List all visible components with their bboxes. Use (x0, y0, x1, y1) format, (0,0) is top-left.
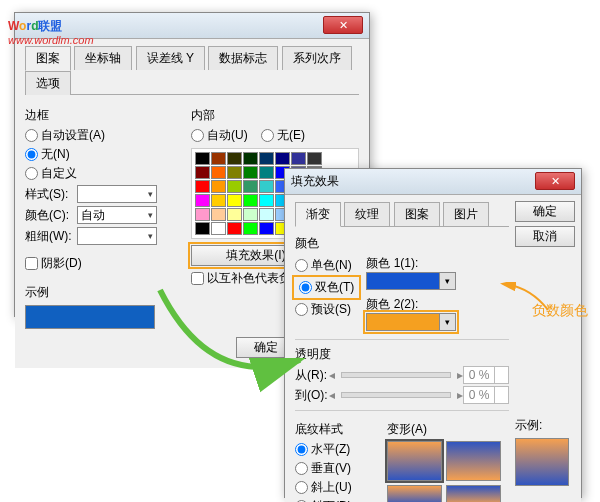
palette-swatch[interactable] (259, 194, 274, 207)
palette-swatch[interactable] (259, 208, 274, 221)
colors-group-title: 颜色 (295, 235, 509, 252)
shading-horizontal-radio[interactable] (295, 443, 308, 456)
palette-swatch[interactable] (211, 194, 226, 207)
annotation-arrow (150, 280, 310, 410)
palette-swatch[interactable] (243, 180, 258, 193)
dialog1-tabs: 图案 坐标轴 误差线 Y 数据标志 系列次序 选项 (25, 45, 359, 95)
palette-swatch[interactable] (211, 208, 226, 221)
shading-diagup-radio[interactable] (295, 481, 308, 494)
dialog2-title: 填充效果 (291, 173, 339, 190)
palette-swatch[interactable] (243, 166, 258, 179)
from-slider[interactable] (341, 372, 451, 378)
variant-preview[interactable] (387, 441, 505, 502)
tab-picture[interactable]: 图片 (443, 202, 489, 226)
deform-title: 变形(A) (387, 421, 505, 438)
palette-swatch[interactable] (259, 152, 274, 165)
shading-opt-0: 水平(Z) (311, 442, 350, 456)
border-auto-label: 自动设置(A) (41, 128, 105, 142)
tab-gradient[interactable]: 渐变 (295, 202, 341, 227)
dialog2-titlebar[interactable]: 填充效果 ✕ (285, 169, 581, 195)
palette-swatch[interactable] (195, 208, 210, 221)
inner-none-radio[interactable] (261, 129, 274, 142)
palette-swatch[interactable] (259, 180, 274, 193)
tab-datalabels[interactable]: 数据标志 (208, 46, 278, 70)
palette-swatch[interactable] (259, 222, 274, 235)
color1-label: 颜色 1(1): (366, 256, 418, 270)
style-combo[interactable]: ▾ (77, 185, 157, 203)
border-group-title: 边框 (25, 107, 175, 124)
close-icon[interactable]: ✕ (535, 172, 575, 190)
palette-swatch[interactable] (227, 222, 242, 235)
inner-auto-label: 自动(U) (207, 128, 248, 142)
palette-swatch[interactable] (307, 152, 322, 165)
shading-title: 底纹样式 (295, 421, 377, 438)
to-value: 0 % (464, 388, 494, 402)
palette-swatch[interactable] (211, 166, 226, 179)
preset-label: 预设(S) (311, 302, 351, 316)
border-none-radio[interactable] (25, 148, 38, 161)
palette-swatch[interactable] (227, 152, 242, 165)
border-auto-radio[interactable] (25, 129, 38, 142)
palette-swatch[interactable] (259, 166, 274, 179)
shading-opt-2: 斜上(U) (311, 480, 352, 494)
to-slider[interactable] (341, 392, 451, 398)
color2-swatch (367, 314, 439, 330)
palette-swatch[interactable] (227, 166, 242, 179)
one-color-radio[interactable] (295, 259, 308, 272)
dialog2-tabs: 渐变 纹理 图案 图片 (295, 201, 509, 227)
dialog2-cancel-button[interactable]: 取消 (515, 226, 575, 247)
tab-axis[interactable]: 坐标轴 (74, 46, 132, 70)
color2-combo[interactable]: ▾ (366, 313, 456, 331)
palette-swatch[interactable] (211, 180, 226, 193)
shading-opt-1: 垂直(V) (311, 461, 351, 475)
palette-swatch[interactable] (195, 222, 210, 235)
weight-label: 粗细(W): (25, 228, 77, 245)
slider-left-icon[interactable]: ◂ (329, 388, 335, 402)
color1-swatch (367, 273, 439, 289)
palette-swatch[interactable] (291, 152, 306, 165)
chevron-down-icon: ▾ (439, 273, 455, 289)
to-spinner[interactable]: 0 % (463, 386, 509, 404)
color-combo[interactable]: 自动▾ (77, 206, 157, 224)
sample2-label: 示例: (515, 417, 571, 434)
palette-swatch[interactable] (243, 152, 258, 165)
shadow-checkbox[interactable] (25, 257, 38, 270)
color2-label: 颜色 2(2): (366, 297, 418, 311)
fill-effects-dialog: 填充效果 ✕ 渐变 纹理 图案 图片 颜色 单色(N) 双色(T) 预设(S) … (284, 168, 582, 498)
two-color-label: 双色(T) (315, 280, 354, 294)
color-value: 自动 (81, 207, 105, 224)
palette-swatch[interactable] (275, 152, 290, 165)
style-label: 样式(S): (25, 186, 77, 203)
palette-swatch[interactable] (195, 194, 210, 207)
watermark-url: www.wordlm.com (8, 34, 94, 46)
tab-errorbar[interactable]: 误差线 Y (136, 46, 205, 70)
shading-vertical-radio[interactable] (295, 462, 308, 475)
weight-combo[interactable]: ▾ (77, 227, 157, 245)
palette-swatch[interactable] (211, 152, 226, 165)
border-custom-label: 自定义 (41, 166, 77, 180)
tab-texture[interactable]: 纹理 (344, 202, 390, 226)
palette-swatch[interactable] (227, 194, 242, 207)
palette-swatch[interactable] (227, 208, 242, 221)
inner-auto-radio[interactable] (191, 129, 204, 142)
border-custom-radio[interactable] (25, 167, 38, 180)
close-icon[interactable]: ✕ (323, 16, 363, 34)
color1-combo[interactable]: ▾ (366, 272, 456, 290)
tab-seriesorder[interactable]: 系列次序 (282, 46, 352, 70)
palette-swatch[interactable] (211, 222, 226, 235)
palette-swatch[interactable] (243, 208, 258, 221)
annotation-text: 负数颜色 (532, 302, 588, 320)
tab-pattern[interactable]: 图案 (25, 46, 71, 71)
one-color-label: 单色(N) (311, 258, 352, 272)
palette-swatch[interactable] (195, 166, 210, 179)
palette-swatch[interactable] (195, 152, 210, 165)
palette-swatch[interactable] (243, 222, 258, 235)
palette-swatch[interactable] (195, 180, 210, 193)
palette-swatch[interactable] (243, 194, 258, 207)
palette-swatch[interactable] (227, 180, 242, 193)
tab-pattern[interactable]: 图案 (394, 202, 440, 226)
tab-options[interactable]: 选项 (25, 71, 71, 95)
slider-left-icon[interactable]: ◂ (329, 368, 335, 382)
dialog2-ok-button[interactable]: 确定 (515, 201, 575, 222)
from-spinner[interactable]: 0 % (463, 366, 509, 384)
